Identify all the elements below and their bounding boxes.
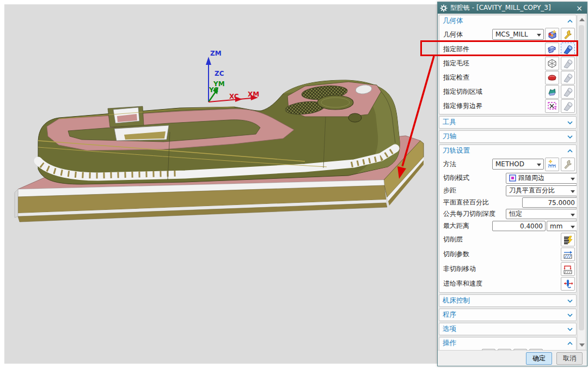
select-check-button[interactable] (545, 71, 559, 85)
row-geometry: 几何体 MCS_MILL (439, 27, 576, 42)
section-header-geometry[interactable]: 几何体 (439, 15, 576, 27)
row-feeds-speeds: 进给率和速度 (439, 276, 576, 291)
row-non-cutting-moves: 非切削移动 (439, 262, 576, 276)
stepover-combo[interactable]: 刀具平直百分比 (506, 185, 577, 196)
display-flashlight-icon (562, 72, 573, 83)
cancel-button[interactable]: 取消 (556, 352, 583, 365)
cut-levels-label: 切削层 (443, 235, 463, 244)
row-stepover: 步距 刀具平直百分比 (439, 184, 576, 197)
flat-diameter-percent-input[interactable]: 75.0000 (522, 197, 577, 208)
chevron-down-icon[interactable] (567, 328, 573, 331)
group-actions: 操作 (439, 337, 577, 350)
section-header-program[interactable]: 程序 (439, 309, 576, 321)
display-cut-area-button[interactable] (561, 85, 575, 99)
dialog-body: 几何体 几何体 MCS_MILL (439, 15, 577, 350)
chevron-down-icon[interactable] (567, 135, 573, 138)
select-blank-button[interactable] (545, 57, 559, 70)
max-distance-unit-combo[interactable]: mm (547, 221, 577, 231)
dialog-scrollbar[interactable] (577, 15, 586, 350)
new-method-button[interactable] (545, 158, 559, 171)
chevron-up-icon[interactable] (567, 20, 573, 23)
section-header-path-settings[interactable]: 刀轨设置 (439, 145, 576, 156)
cut-pattern-combo[interactable]: 跟随周边 (506, 173, 577, 184)
row-method: 方法 METHOD (439, 156, 576, 172)
new-method-icon (547, 159, 558, 170)
group-tool: 工具 (439, 116, 577, 129)
section-header-tool-axis[interactable]: 刀轴 (439, 131, 576, 142)
feeds-speeds-icon (562, 279, 573, 289)
chevron-up-icon[interactable] (567, 149, 573, 153)
feeds-speeds-button[interactable] (561, 277, 575, 291)
specify-check-label: 指定检查 (443, 73, 469, 82)
stepover-label: 步距 (443, 186, 456, 195)
group-options: 选项 (439, 323, 577, 335)
dialog-footer: 确定 取消 (438, 350, 587, 366)
row-specify-check: 指定检查 (439, 70, 576, 85)
close-icon[interactable]: × (574, 3, 585, 13)
chevron-down-icon[interactable] (567, 299, 573, 303)
select-blank-icon (547, 58, 558, 69)
non-cutting-moves-icon (562, 264, 573, 275)
chevron-down-icon[interactable] (567, 121, 573, 124)
display-flashlight-icon (562, 86, 573, 97)
ok-button[interactable]: 确定 (526, 352, 552, 365)
chevron-down-icon[interactable] (567, 313, 573, 317)
row-max-distance: 最大距离 0.4000 mm (439, 220, 576, 232)
group-program: 程序 (439, 309, 577, 321)
section-header-tool[interactable]: 工具 (439, 117, 576, 128)
cut-levels-icon (562, 234, 573, 245)
graphics-viewport[interactable] (4, 4, 437, 364)
edit-geometry-button[interactable] (561, 28, 575, 41)
row-flat-diameter-percent: 平面直径百分比 75.0000 (439, 197, 576, 208)
group-path-settings: 刀轨设置 方法 METHOD (439, 144, 577, 293)
scroll-down-icon[interactable] (579, 343, 585, 347)
section-header-options[interactable]: 选项 (439, 323, 576, 335)
section-header-machine-control[interactable]: 机床控制 (439, 295, 576, 306)
row-cut-levels: 切削层 (439, 232, 576, 247)
scroll-up-icon[interactable] (579, 18, 585, 21)
cutting-parameters-label: 切削参数 (443, 250, 469, 259)
max-distance-input[interactable]: 0.4000 (492, 221, 546, 231)
max-distance-label: 最大距离 (443, 221, 469, 231)
gear-icon (440, 4, 448, 12)
edit-method-button[interactable] (561, 158, 575, 171)
cut-pattern-label: 切削模式 (443, 173, 469, 183)
cutting-parameters-button[interactable] (561, 248, 575, 261)
chevron-up-icon[interactable] (567, 342, 573, 345)
group-geometry: 几何体 几何体 MCS_MILL (439, 15, 577, 114)
highlight-box-specify-part (420, 40, 578, 56)
edit-geometry-wrench-icon (562, 29, 573, 40)
feeds-speeds-label: 进给率和速度 (443, 279, 482, 288)
follow-periphery-icon (509, 174, 516, 182)
row-cutting-parameters: 切削参数 (439, 247, 576, 262)
display-check-button[interactable] (561, 71, 575, 85)
geometry-combo[interactable]: MCS_MILL (492, 29, 544, 40)
select-cut-area-icon (547, 86, 558, 97)
scroll-thumb[interactable] (579, 25, 584, 330)
cut-levels-button[interactable] (561, 233, 575, 246)
row-specify-blank: 指定毛坯 (439, 56, 576, 70)
section-header-actions[interactable]: 操作 (439, 337, 576, 349)
non-cutting-moves-button[interactable] (561, 262, 575, 276)
flat-diameter-percent-label: 平面直径百分比 (443, 198, 489, 207)
display-flashlight-icon (562, 100, 573, 111)
non-cutting-moves-label: 非切削移动 (443, 264, 476, 274)
dialog-titlebar[interactable]: 型腔铣 - [CAVITY_MILL_COPY_3] × (438, 2, 587, 14)
specify-trim-boundary-label: 指定修剪边界 (443, 101, 482, 111)
group-tool-axis: 刀轴 (439, 130, 577, 143)
common-depth-combo[interactable]: 恒定 (506, 209, 577, 219)
row-specify-cut-area: 指定切削区域 (439, 85, 576, 99)
geometry-label: 几何体 (443, 30, 463, 39)
method-combo[interactable]: METHOD (492, 159, 544, 170)
select-trim-boundary-button[interactable] (545, 99, 559, 113)
new-geometry-icon (547, 29, 558, 40)
cavity-mill-dialog: 型腔铣 - [CAVITY_MILL_COPY_3] × 几何体 几何体 MCS… (437, 2, 587, 366)
common-depth-label: 公共每刀切削深度 (443, 209, 495, 219)
method-label: 方法 (443, 160, 456, 169)
display-blank-button[interactable] (561, 57, 575, 70)
select-cut-area-button[interactable] (545, 85, 559, 99)
select-check-icon (547, 72, 558, 83)
display-trim-boundary-button[interactable] (561, 99, 575, 113)
new-geometry-button[interactable] (545, 28, 559, 41)
edit-method-wrench-icon (562, 159, 573, 170)
